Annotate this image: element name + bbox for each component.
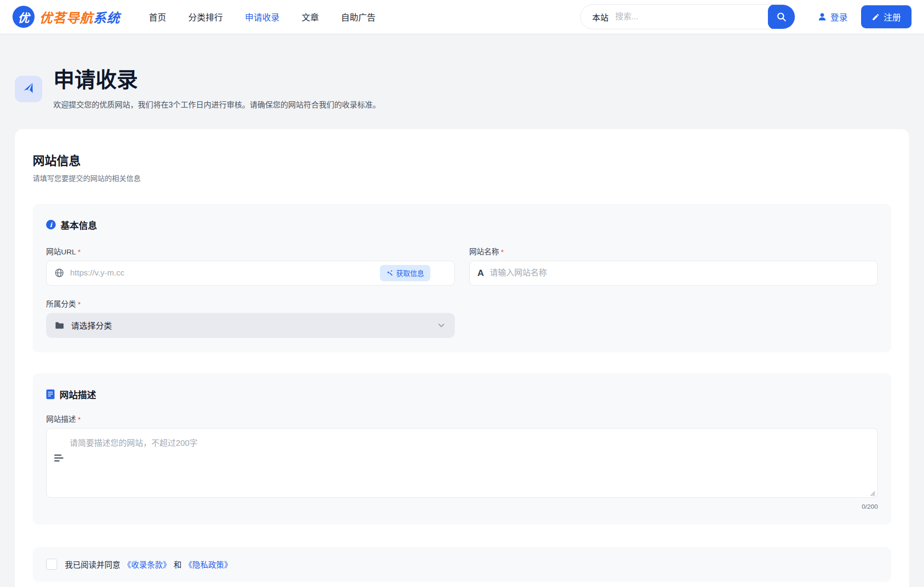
- nav-item-home[interactable]: 首页: [149, 11, 166, 23]
- website-name-input-wrap: A: [469, 261, 878, 286]
- login-link[interactable]: 登录: [817, 11, 848, 23]
- basic-info-title: 基本信息: [61, 218, 97, 231]
- search-scope-select[interactable]: 本站: [581, 11, 615, 23]
- category-label: 所属分类*: [46, 298, 455, 309]
- main-nav: 首页 分类排行 申请收录 文章 自助广告: [149, 11, 376, 23]
- magic-wand-icon: [386, 269, 393, 276]
- website-info-card: 网站信息 请填写您要提交的网站的相关信息 i 基本信息 网站URL*: [15, 129, 909, 587]
- website-url-input-wrap: 获取信息: [46, 261, 455, 286]
- search-icon: [776, 12, 787, 22]
- basic-fields-row: 网站URL*: [46, 246, 878, 286]
- text-lines-icon: [54, 454, 64, 463]
- agreement-text: 我已阅读并同意 《收录条款》 和 《隐私政策》: [65, 559, 232, 570]
- basic-info-header: i 基本信息: [46, 218, 878, 231]
- folder-icon: [55, 321, 64, 330]
- page-subtitle: 欢迎提交您的优质网站，我们将在3个工作日内进行审核。请确保您的网站符合我们的收录…: [53, 98, 380, 110]
- register-button[interactable]: 注册: [861, 5, 912, 28]
- chevron-down-icon: [437, 321, 446, 330]
- website-url-label: 网站URL*: [46, 246, 455, 256]
- fetch-info-button[interactable]: 获取信息: [380, 265, 430, 281]
- nav-item-apply-inclusion[interactable]: 申请收录: [245, 11, 280, 23]
- description-label: 网站描述*: [46, 413, 878, 424]
- search-bar: 本站: [580, 4, 795, 29]
- website-name-input[interactable]: [490, 268, 870, 278]
- search-button[interactable]: [768, 4, 795, 29]
- description-title: 网站描述: [60, 388, 96, 401]
- page-header-text: 申请收录 欢迎提交您的优质网站，我们将在3个工作日内进行审核。请确保您的网站符合…: [53, 68, 380, 110]
- page-title: 申请收录: [53, 68, 380, 93]
- nav-item-self-ads[interactable]: 自助广告: [341, 11, 376, 23]
- site-name: 优茗导航系统: [39, 8, 120, 26]
- navbar-right: 本站 登录: [580, 4, 912, 29]
- register-label: 注册: [884, 11, 901, 23]
- user-icon: [817, 12, 827, 22]
- page-header: 申请收录 欢迎提交您的优质网站，我们将在3个工作日内进行审核。请确保您的网站符合…: [15, 68, 909, 110]
- fetch-info-label: 获取信息: [396, 268, 424, 278]
- description-header: 网站描述: [46, 388, 878, 401]
- nav-item-articles[interactable]: 文章: [302, 11, 319, 23]
- required-mark: *: [78, 300, 81, 308]
- description-textarea-wrap: [46, 428, 878, 500]
- form-subtitle: 请填写您要提交的网站的相关信息: [33, 173, 891, 183]
- privacy-link[interactable]: 《隐私政策》: [184, 559, 232, 570]
- category-field-group: 所属分类* 请选择分类: [46, 298, 455, 338]
- required-mark: *: [501, 248, 504, 256]
- top-navbar: 优 优茗导航系统 首页 分类排行 申请收录 文章 自助广告 本站: [0, 0, 924, 34]
- required-mark: *: [78, 248, 81, 256]
- terms-link[interactable]: 《收录条款》: [123, 559, 171, 570]
- agreement-section: 我已阅读并同意 《收录条款》 和 《隐私政策》: [33, 547, 891, 582]
- website-name-field-group: 网站名称* A: [469, 246, 878, 286]
- required-mark: *: [78, 415, 81, 423]
- website-url-field-group: 网站URL*: [46, 246, 455, 286]
- agreement-prefix: 我已阅读并同意: [65, 559, 121, 570]
- description-textarea[interactable]: [46, 428, 878, 498]
- form-title: 网站信息: [33, 151, 891, 168]
- agreement-conjunction: 和: [174, 559, 182, 570]
- letter-a-icon: A: [477, 268, 484, 278]
- site-logo[interactable]: 优 优茗导航系统: [12, 6, 120, 28]
- description-field-group: 网站描述* 0/200: [46, 413, 878, 510]
- paper-plane-icon: [15, 76, 42, 102]
- website-name-label: 网站名称*: [469, 246, 878, 256]
- globe-icon: [54, 268, 64, 278]
- category-select[interactable]: 请选择分类: [46, 313, 455, 338]
- info-icon: i: [46, 220, 56, 229]
- document-icon: [46, 389, 55, 399]
- logo-mark-icon: 优: [12, 6, 35, 28]
- nav-item-category-ranking[interactable]: 分类排行: [188, 11, 223, 23]
- description-section: 网站描述 网站描述* 0/200: [33, 373, 891, 525]
- basic-info-section: i 基本信息 网站URL*: [33, 204, 891, 352]
- char-counter: 0/200: [46, 503, 878, 510]
- agreement-checkbox[interactable]: [46, 559, 57, 570]
- category-selected-value: 请选择分类: [71, 319, 437, 331]
- search-input[interactable]: [615, 12, 768, 22]
- pencil-icon: [872, 13, 880, 21]
- login-label: 登录: [830, 11, 848, 23]
